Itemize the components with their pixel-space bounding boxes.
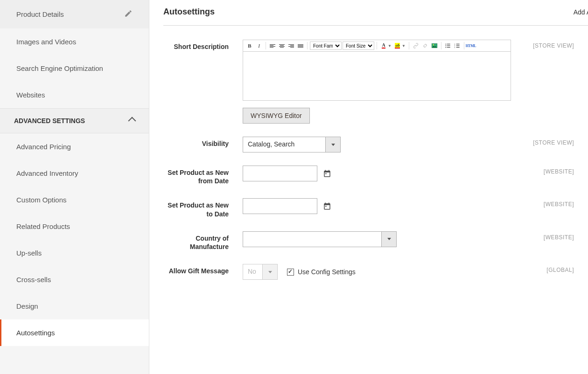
pencil-icon	[124, 9, 133, 19]
insert-image-button[interactable]	[430, 42, 439, 50]
sidebar-item-label: Search Engine Optimization	[16, 64, 103, 72]
align-justify-button[interactable]	[296, 42, 305, 50]
html-button[interactable]: HTML	[467, 42, 475, 50]
field-label: Country of Manufacture	[163, 231, 243, 251]
sidebar-item-seo[interactable]: Search Engine Optimization	[0, 55, 149, 82]
sidebar-item-label: Design	[16, 302, 38, 310]
gift-message-select: No	[243, 264, 278, 280]
sidebar-item-label: Advanced Inventory	[16, 169, 78, 177]
sidebar-item-autosettings[interactable]: Autosettings	[0, 319, 149, 346]
text-color-button[interactable]: A	[379, 42, 388, 50]
field-allow-gift-message: Allow Gift Message No Use Config Setting…	[163, 264, 588, 280]
wysiwyg-toolbar: B I Font Family Font Size A ▼ ab	[243, 40, 511, 52]
scope-label: [GLOBAL]	[546, 264, 588, 273]
sidebar-item-design[interactable]: Design	[0, 293, 149, 319]
sidebar-item-related-products[interactable]: Related Products	[0, 213, 149, 240]
sidebar-item-label: Custom Options	[16, 196, 67, 204]
field-label: Short Description	[163, 40, 243, 51]
sidebar-item-advanced-pricing[interactable]: Advanced Pricing	[0, 133, 149, 160]
sidebar-item-cross-sells[interactable]: Cross-sells	[0, 266, 149, 293]
sidebar-item-label: Advanced Pricing	[16, 143, 71, 151]
wysiwyg-textarea[interactable]	[243, 52, 511, 101]
scope-label: [WEBSITE]	[544, 166, 588, 175]
chevron-down-icon	[325, 137, 340, 152]
use-config-checkbox[interactable]: Use Config Settings	[287, 268, 356, 276]
highlight-dropdown[interactable]: ▼	[402, 44, 406, 48]
select-value	[243, 232, 381, 247]
toolbar-separator	[409, 42, 409, 49]
new-from-date-input[interactable]	[243, 166, 317, 181]
calendar-icon[interactable]	[322, 168, 332, 179]
text-color-dropdown[interactable]: ▼	[388, 44, 392, 48]
visibility-select[interactable]: Catalog, Search	[243, 137, 341, 152]
unlink-button[interactable]	[421, 42, 429, 50]
font-family-select[interactable]: Font Family	[310, 42, 342, 50]
italic-button[interactable]: I	[255, 42, 263, 50]
align-right-button[interactable]	[287, 42, 295, 50]
scope-label: [WEBSITE]	[544, 231, 588, 241]
svg-rect-13	[456, 47, 460, 48]
field-visibility: Visibility Catalog, Search [STORE VIEW]	[163, 137, 588, 152]
svg-point-3	[445, 45, 446, 46]
field-short-description: Short Description B I Font Family Font S…	[163, 40, 588, 124]
app-root: Product Details Images and Videos Search…	[0, 0, 588, 374]
checkbox-icon	[287, 269, 294, 276]
sidebar-item-websites[interactable]: Websites	[0, 82, 149, 108]
sidebar-item-label: Related Products	[16, 222, 70, 230]
select-value: No	[243, 264, 262, 279]
scope-label: [STORE VIEW]	[533, 137, 588, 146]
page-header: Autosettings Add At	[163, 7, 588, 26]
ordered-list-button[interactable]: 123	[453, 42, 462, 50]
align-left-button[interactable]	[268, 42, 277, 50]
svg-point-1	[433, 44, 434, 45]
field-label: Allow Gift Message	[163, 264, 243, 275]
svg-rect-7	[447, 47, 450, 48]
unordered-list-button[interactable]	[444, 42, 452, 50]
select-value: Catalog, Search	[243, 137, 325, 152]
bold-button[interactable]: B	[245, 42, 254, 50]
svg-point-4	[445, 47, 446, 48]
add-attribute-link[interactable]: Add At	[574, 8, 588, 16]
sidebar-item-label: Autosettings	[16, 329, 55, 337]
highlight-button[interactable]: ab	[393, 42, 402, 50]
checkbox-label: Use Config Settings	[298, 268, 356, 276]
scope-label: [STORE VIEW]	[533, 40, 588, 49]
field-label: Visibility	[163, 137, 243, 148]
sidebar-item-label: Cross-sells	[16, 276, 51, 284]
wysiwyg-editor: B I Font Family Font Size A ▼ ab	[243, 40, 511, 101]
sidebar-item-product-details[interactable]: Product Details	[0, 0, 149, 28]
chevron-down-icon	[381, 232, 396, 247]
field-new-from-date: Set Product as New from Date [WEBSITE]	[163, 166, 588, 185]
font-size-select[interactable]: Font Size	[343, 42, 374, 50]
page-title: Autosettings	[163, 7, 215, 17]
wysiwyg-editor-button[interactable]: WYSIWYG Editor	[243, 108, 310, 124]
sidebar: Product Details Images and Videos Search…	[0, 0, 149, 374]
align-center-button[interactable]	[278, 42, 286, 50]
field-label: Set Product as New from Date	[163, 166, 243, 185]
toolbar-separator	[441, 42, 441, 49]
sidebar-section-advanced-settings[interactable]: ADVANCED SETTINGS	[0, 108, 149, 133]
country-select[interactable]	[243, 231, 397, 247]
field-country-of-manufacture: Country of Manufacture [WEBSITE]	[163, 231, 588, 251]
svg-rect-11	[456, 44, 460, 44]
sidebar-item-up-sells[interactable]: Up-sells	[0, 240, 149, 266]
chevron-up-icon	[128, 117, 136, 125]
main-content: Autosettings Add At Short Description B …	[149, 0, 588, 374]
svg-text:3: 3	[454, 47, 455, 48]
svg-rect-5	[447, 44, 450, 44]
svg-rect-6	[447, 45, 450, 46]
sidebar-item-advanced-inventory[interactable]: Advanced Inventory	[0, 160, 149, 187]
chevron-down-icon	[262, 264, 277, 279]
svg-point-2	[445, 44, 446, 45]
field-label: Set Product as New to Date	[163, 198, 243, 218]
sidebar-item-label: Up-sells	[16, 249, 42, 257]
sidebar-item-label: Images and Videos	[16, 38, 76, 46]
new-to-date-input[interactable]	[243, 198, 317, 214]
sidebar-item-label: Product Details	[16, 10, 64, 18]
link-button[interactable]	[412, 42, 420, 50]
sidebar-item-custom-options[interactable]: Custom Options	[0, 187, 149, 213]
sidebar-item-images-videos[interactable]: Images and Videos	[0, 28, 149, 55]
calendar-icon[interactable]	[322, 201, 332, 211]
toolbar-separator	[307, 42, 308, 49]
sidebar-section-label: ADVANCED SETTINGS	[14, 117, 85, 125]
